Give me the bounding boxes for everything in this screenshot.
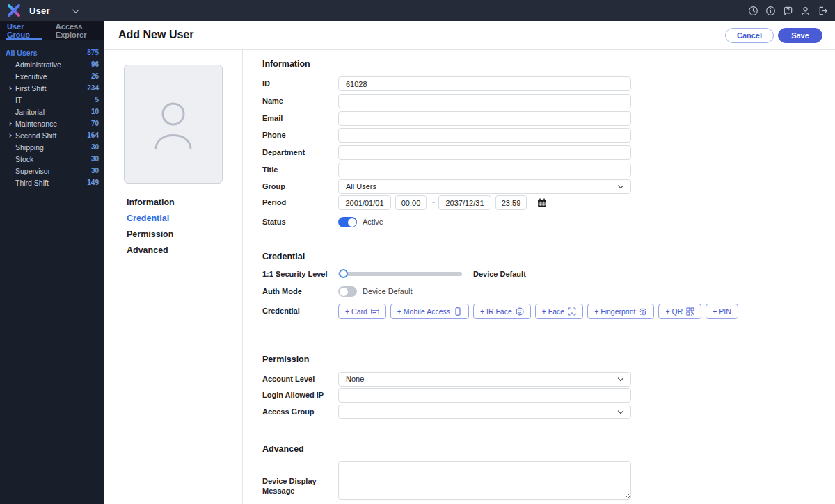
permission-section-title: Permission	[262, 355, 309, 364]
security-level-value: Device Default	[473, 267, 526, 282]
add-qr-button[interactable]: + QR	[658, 304, 701, 319]
person-avatar-icon	[150, 97, 196, 152]
group-label: Group	[262, 179, 285, 194]
group-count: 30	[91, 143, 99, 151]
login-allowed-ip-label: Login Allowed IP	[262, 388, 324, 403]
device-display-message-label: Device Display Message	[262, 476, 328, 496]
page-title: Add New User	[118, 29, 193, 41]
add-ir-face-button[interactable]: + IR Face	[473, 304, 531, 319]
expand-chevron-icon[interactable]	[8, 122, 12, 126]
brand-logo-icon	[7, 3, 21, 17]
profile-photo-placeholder[interactable]	[124, 65, 223, 184]
save-button[interactable]: Save	[778, 28, 822, 43]
topbar-icon-group	[747, 6, 829, 16]
add-pin-button[interactable]: + PIN	[706, 304, 738, 319]
mobile-icon	[454, 307, 462, 316]
group-supervisor[interactable]: Supervisor 30	[0, 165, 104, 177]
name-input[interactable]	[338, 94, 631, 108]
section-link-information[interactable]: Information	[127, 197, 175, 207]
access-group-label: Access Group	[262, 405, 315, 419]
expand-chevron-icon[interactable]	[8, 133, 12, 138]
sidebar: User Group Access Explorer All Users 875…	[0, 21, 104, 504]
group-count: 30	[91, 155, 99, 163]
security-level-slider[interactable]	[338, 272, 462, 276]
auth-mode-value: Device Default	[363, 284, 413, 299]
phone-input[interactable]	[338, 128, 631, 143]
expand-chevron-icon[interactable]	[8, 86, 12, 90]
cancel-button[interactable]: Cancel	[725, 28, 774, 43]
add-card-button[interactable]: + Card	[338, 304, 386, 319]
group-stock[interactable]: Stock 30	[0, 153, 104, 165]
qr-icon	[686, 307, 694, 316]
chevron-down-icon	[618, 375, 623, 381]
info-icon[interactable]	[765, 6, 776, 16]
section-link-credential[interactable]: Credential	[127, 213, 169, 223]
department-input[interactable]	[338, 145, 631, 160]
group-third-shift[interactable]: Third Shift 149	[0, 177, 104, 188]
department-label: Department	[262, 145, 305, 160]
group-maintenance[interactable]: Maintenance 70	[0, 117, 104, 129]
group-count: 30	[91, 167, 99, 174]
logout-icon[interactable]	[818, 6, 828, 16]
card-icon	[371, 307, 379, 316]
group-first-shift[interactable]: First Shift 234	[0, 82, 104, 94]
status-toggle[interactable]	[338, 217, 357, 227]
fingerprint-icon	[639, 307, 647, 316]
face-scan-icon	[568, 307, 576, 316]
period-start-date-input[interactable]	[338, 195, 391, 210]
calendar-icon[interactable]	[537, 198, 547, 208]
group-count: 5	[95, 96, 99, 104]
group-second-shift[interactable]: Second Shift 164	[0, 129, 104, 141]
user-group-list: All Users 875 Administrative 96 Executiv…	[0, 40, 104, 188]
group-select[interactable]: All Users	[338, 179, 631, 194]
ir-face-icon	[516, 307, 524, 316]
period-start-time-input[interactable]	[395, 195, 427, 210]
group-shipping[interactable]: Shipping 30	[0, 141, 104, 153]
period-end-date-input[interactable]	[438, 195, 491, 210]
tab-access-explorer[interactable]: Access Explorer	[54, 21, 104, 40]
status-label: Status	[262, 215, 286, 229]
tab-user-group[interactable]: User Group	[6, 21, 42, 40]
chevron-down-icon	[618, 183, 623, 188]
active-menu-label[interactable]: User	[29, 6, 50, 16]
add-face-button[interactable]: + Face	[535, 304, 583, 319]
advanced-section-title: Advanced	[262, 444, 304, 454]
account-level-label: Account Level	[262, 372, 315, 387]
top-bar: User	[0, 0, 835, 21]
section-link-advanced[interactable]: Advanced	[127, 245, 168, 255]
group-all-users[interactable]: All Users 875	[0, 47, 104, 58]
period-tilde-separator: ~	[429, 195, 437, 210]
login-allowed-ip-input[interactable]	[338, 388, 631, 403]
group-executive[interactable]: Executive 26	[0, 70, 104, 82]
account-level-select[interactable]: None	[338, 372, 631, 387]
device-display-message-textarea[interactable]	[338, 461, 631, 500]
period-end-time-input[interactable]	[495, 195, 527, 210]
credential-buttons-label: Credential	[262, 304, 300, 318]
vertical-divider	[242, 50, 243, 504]
security-level-label: 1:1 Security Level	[262, 267, 328, 282]
group-count: 234	[87, 84, 99, 92]
help-icon[interactable]	[783, 6, 793, 16]
title-input[interactable]	[338, 163, 631, 177]
slider-thumb[interactable]	[339, 269, 348, 278]
auth-mode-toggle[interactable]	[338, 286, 357, 297]
id-input[interactable]	[338, 76, 631, 91]
status-value: Active	[363, 215, 383, 229]
group-count: 149	[87, 179, 99, 186]
section-link-permission[interactable]: Permission	[127, 229, 173, 239]
group-count: 164	[87, 131, 99, 139]
group-janitorial[interactable]: Janitorial 10	[0, 106, 104, 117]
id-label: ID	[262, 76, 270, 91]
clock-icon[interactable]	[748, 6, 758, 16]
group-administrative[interactable]: Administrative 96	[0, 58, 104, 70]
app-window: User	[0, 0, 835, 504]
access-group-select[interactable]	[338, 405, 631, 419]
email-input[interactable]	[338, 111, 631, 126]
add-mobile-access-button[interactable]: + Mobile Access	[390, 304, 469, 319]
phone-label: Phone	[262, 128, 286, 143]
user-icon[interactable]	[800, 6, 811, 16]
group-it[interactable]: IT 5	[0, 94, 104, 106]
user-form: Information ID Name Email Phone Departme…	[262, 50, 632, 504]
menu-chevron-down-icon[interactable]	[72, 6, 79, 13]
add-fingerprint-button[interactable]: + Fingerprint	[587, 304, 654, 319]
